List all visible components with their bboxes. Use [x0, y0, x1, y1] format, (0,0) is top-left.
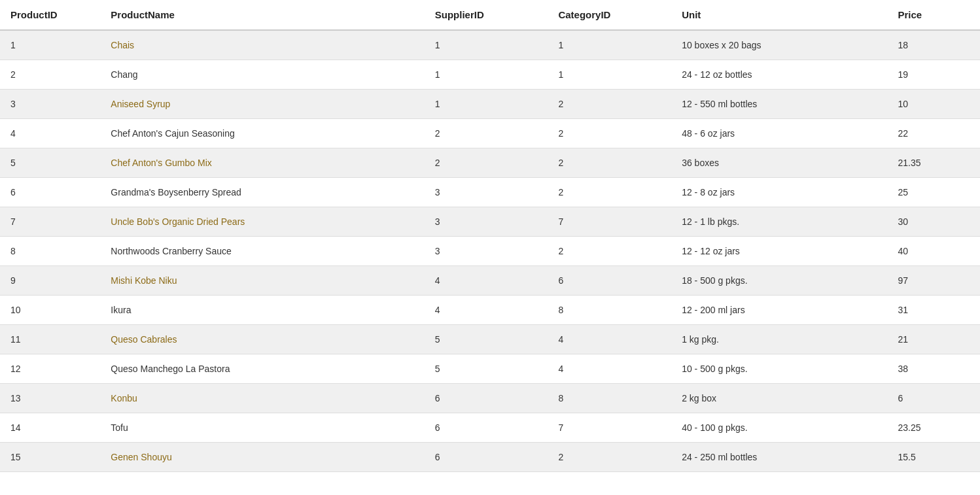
cell-unit: 12 - 8 oz jars	[671, 178, 887, 207]
table-row: 8Northwoods Cranberry Sauce3212 - 12 oz …	[0, 237, 980, 266]
cell-productid: 15	[0, 443, 100, 472]
cell-productid: 9	[0, 266, 100, 296]
cell-categoryid: 2	[548, 443, 671, 472]
cell-price: 10	[887, 90, 980, 119]
cell-productid: 10	[0, 296, 100, 325]
cell-supplierid: 3	[425, 207, 548, 237]
cell-productname: Genen Shouyu	[100, 443, 424, 472]
cell-unit: 12 - 1 lb pkgs.	[671, 207, 887, 237]
cell-productid: 3	[0, 90, 100, 119]
cell-categoryid: 7	[548, 207, 671, 237]
header-supplierid: SupplierID	[425, 0, 548, 30]
cell-price: 23.25	[887, 413, 980, 443]
cell-unit: 24 - 12 oz bottles	[671, 60, 887, 90]
cell-price: 18	[887, 30, 980, 60]
cell-productid: 1	[0, 30, 100, 60]
cell-price: 15.5	[887, 443, 980, 472]
cell-productname: Chef Anton's Cajun Seasoning	[100, 119, 424, 148]
cell-productid: 14	[0, 413, 100, 443]
cell-categoryid: 2	[548, 119, 671, 148]
cell-price: 6	[887, 384, 980, 413]
cell-supplierid: 6	[425, 384, 548, 413]
cell-productname: Mishi Kobe Niku	[100, 266, 424, 296]
cell-productid: 12	[0, 354, 100, 384]
cell-productname: Tofu	[100, 413, 424, 443]
table-row: 5Chef Anton's Gumbo Mix2236 boxes21.35	[0, 148, 980, 178]
cell-productname: Chef Anton's Gumbo Mix	[100, 148, 424, 178]
cell-productid: 8	[0, 237, 100, 266]
cell-unit: 18 - 500 g pkgs.	[671, 266, 887, 296]
products-table: ProductID ProductName SupplierID Categor…	[0, 0, 980, 472]
cell-supplierid: 2	[425, 148, 548, 178]
cell-categoryid: 8	[548, 384, 671, 413]
cell-productname: Queso Manchego La Pastora	[100, 354, 424, 384]
cell-supplierid: 3	[425, 237, 548, 266]
cell-productname: Konbu	[100, 384, 424, 413]
cell-supplierid: 6	[425, 413, 548, 443]
cell-unit: 48 - 6 oz jars	[671, 119, 887, 148]
cell-categoryid: 1	[548, 60, 671, 90]
table-row: 14Tofu6740 - 100 g pkgs.23.25	[0, 413, 980, 443]
table-row: 4Chef Anton's Cajun Seasoning2248 - 6 oz…	[0, 119, 980, 148]
table-row: 6Grandma's Boysenberry Spread3212 - 8 oz…	[0, 178, 980, 207]
cell-productid: 13	[0, 384, 100, 413]
table-row: 13Konbu682 kg box6	[0, 384, 980, 413]
cell-unit: 40 - 100 g pkgs.	[671, 413, 887, 443]
cell-unit: 36 boxes	[671, 148, 887, 178]
table-body: 1Chais1110 boxes x 20 bags182Chang1124 -…	[0, 30, 980, 472]
cell-categoryid: 4	[548, 354, 671, 384]
cell-supplierid: 3	[425, 178, 548, 207]
cell-supplierid: 5	[425, 354, 548, 384]
header-productname: ProductName	[100, 0, 424, 30]
cell-price: 97	[887, 266, 980, 296]
cell-price: 38	[887, 354, 980, 384]
cell-unit: 2 kg box	[671, 384, 887, 413]
cell-unit: 24 - 250 ml bottles	[671, 443, 887, 472]
cell-categoryid: 2	[548, 90, 671, 119]
cell-productname: Chang	[100, 60, 424, 90]
cell-unit: 12 - 550 ml bottles	[671, 90, 887, 119]
cell-price: 31	[887, 296, 980, 325]
table-row: 15Genen Shouyu6224 - 250 ml bottles15.5	[0, 443, 980, 472]
cell-categoryid: 2	[548, 178, 671, 207]
cell-unit: 12 - 12 oz jars	[671, 237, 887, 266]
table-row: 12Queso Manchego La Pastora5410 - 500 g …	[0, 354, 980, 384]
table-row: 11Queso Cabrales541 kg pkg.21	[0, 325, 980, 354]
cell-supplierid: 1	[425, 30, 548, 60]
cell-productname: Chais	[100, 30, 424, 60]
cell-price: 21	[887, 325, 980, 354]
header-productid: ProductID	[0, 0, 100, 30]
cell-productname: Uncle Bob's Organic Dried Pears	[100, 207, 424, 237]
header-price: Price	[887, 0, 980, 30]
cell-categoryid: 1	[548, 30, 671, 60]
table-row: 1Chais1110 boxes x 20 bags18	[0, 30, 980, 60]
cell-supplierid: 5	[425, 325, 548, 354]
cell-productid: 7	[0, 207, 100, 237]
cell-supplierid: 2	[425, 119, 548, 148]
cell-categoryid: 4	[548, 325, 671, 354]
cell-unit: 10 boxes x 20 bags	[671, 30, 887, 60]
cell-productid: 5	[0, 148, 100, 178]
cell-supplierid: 4	[425, 266, 548, 296]
table-header-row: ProductID ProductName SupplierID Categor…	[0, 0, 980, 30]
table-row: 7Uncle Bob's Organic Dried Pears3712 - 1…	[0, 207, 980, 237]
table-row: 2Chang1124 - 12 oz bottles19	[0, 60, 980, 90]
cell-categoryid: 2	[548, 148, 671, 178]
table-row: 3Aniseed Syrup1212 - 550 ml bottles10	[0, 90, 980, 119]
cell-productname: Queso Cabrales	[100, 325, 424, 354]
cell-supplierid: 4	[425, 296, 548, 325]
cell-productid: 11	[0, 325, 100, 354]
cell-productid: 2	[0, 60, 100, 90]
cell-productname: Ikura	[100, 296, 424, 325]
table-row: 10Ikura4812 - 200 ml jars31	[0, 296, 980, 325]
header-categoryid: CategoryID	[548, 0, 671, 30]
cell-categoryid: 7	[548, 413, 671, 443]
cell-productid: 6	[0, 178, 100, 207]
cell-price: 22	[887, 119, 980, 148]
cell-productname: Aniseed Syrup	[100, 90, 424, 119]
cell-productid: 4	[0, 119, 100, 148]
cell-price: 40	[887, 237, 980, 266]
cell-productname: Grandma's Boysenberry Spread	[100, 178, 424, 207]
cell-price: 19	[887, 60, 980, 90]
cell-price: 30	[887, 207, 980, 237]
